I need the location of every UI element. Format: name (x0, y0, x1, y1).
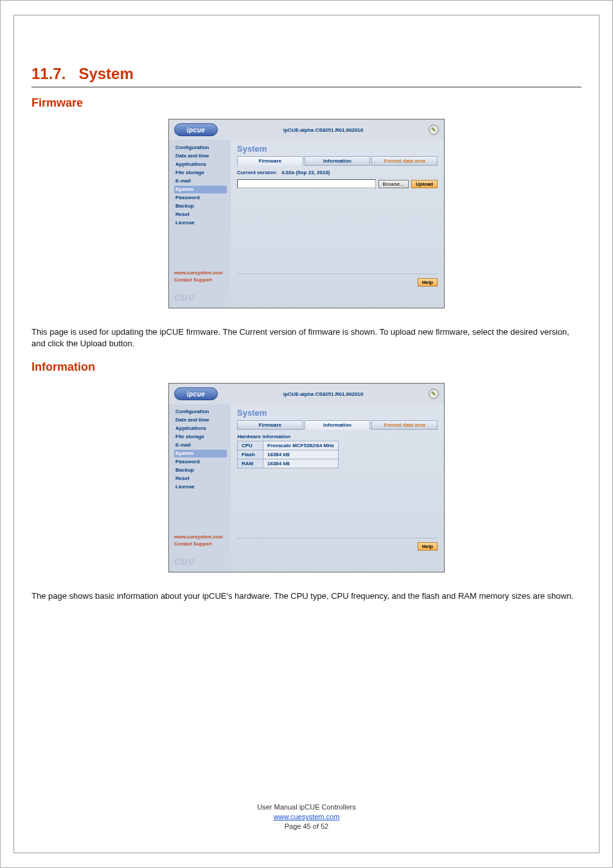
admin-header: ipcue ipCUE-alpha CS0251.R01.002010 ✎ (169, 384, 444, 404)
section-heading: 11.7. System (31, 65, 582, 87)
admin-footer-main: Help (231, 267, 444, 308)
sidebar-item-configuration[interactable]: Configuration (174, 408, 227, 416)
main-heading: System (237, 408, 438, 418)
ipcue-logo: ipcue (174, 123, 218, 136)
sidebar-item-applications[interactable]: Applications (174, 161, 227, 168)
information-screenshot: ipcue ipCUE-alpha CS0251.R01.002010 ✎ Co… (31, 383, 582, 572)
hw-flash-value: 16384 kB (263, 450, 339, 459)
tab-firmware[interactable]: Firmware (237, 156, 303, 166)
admin-main-firmware: System Firmware Information Format data … (231, 140, 444, 267)
admin-header: ipcue ipCUE-alpha CS0251.R01.002010 ✎ (169, 120, 444, 140)
subheading-firmware: Firmware (31, 96, 582, 110)
sidebar-item-license[interactable]: License (174, 483, 227, 491)
help-button[interactable]: Help (418, 542, 438, 551)
admin-title: ipCUE-alpha CS0251.R01.002010 (224, 391, 422, 397)
sidebar-item-password[interactable]: Password (174, 194, 227, 202)
sidebar-item-system[interactable]: System (174, 450, 227, 457)
firmware-screenshot: ipcue ipCUE-alpha CS0251.R01.002010 ✎ Co… (31, 119, 582, 308)
help-button[interactable]: Help (418, 278, 438, 287)
footer-link-site[interactable]: www.cuesystem.com (174, 534, 227, 540)
main-heading: System (237, 144, 438, 154)
footer-brand: cue (174, 554, 227, 568)
tab-information[interactable]: Information (305, 420, 371, 430)
admin-window-firmware: ipcue ipCUE-alpha CS0251.R01.002010 ✎ Co… (168, 119, 445, 308)
hw-flash-label: Flash (238, 450, 263, 459)
sidebar-item-system[interactable]: System (174, 186, 227, 193)
admin-title: ipCUE-alpha CS0251.R01.002010 (224, 127, 422, 133)
hw-cpu-label: CPU (238, 441, 263, 450)
browse-button[interactable]: Browse... (378, 180, 409, 188)
sidebar-item-email[interactable]: E-mail (174, 177, 227, 185)
footer-site-link[interactable]: www.cuesystem.com (274, 813, 340, 820)
firmware-file-input[interactable] (237, 179, 376, 188)
admin-main-information: System Firmware Information Format data … (231, 404, 444, 531)
paragraph-firmware: This page is used for updating the ipCUE… (31, 326, 582, 349)
sidebar-footer: www.cuesystem.com Contact Support cue (169, 531, 231, 572)
footer-link-support[interactable]: Contact Support (174, 277, 227, 283)
sidebar-item-date-and-time[interactable]: Date and time (174, 416, 227, 424)
hw-cpu-value: Freescale MCF5282/64 MHz (263, 441, 339, 450)
hw-ram-value: 16384 kB (263, 459, 339, 468)
upload-button[interactable]: Upload (411, 180, 438, 188)
sidebar-item-file-storage[interactable]: File storage (174, 433, 227, 441)
tabs: Firmware Information Format data area (237, 420, 438, 430)
sidebar-item-applications[interactable]: Applications (174, 425, 227, 432)
sidebar-item-reset[interactable]: Reset (174, 475, 227, 483)
sidebar: Configuration Date and time Applications… (169, 140, 231, 267)
admin-footer-main: Help (231, 531, 444, 572)
tab-format-data-area[interactable]: Format data area (371, 420, 438, 430)
footer-manual-title: User Manual ipCUE Controllers (1, 802, 612, 812)
tabs: Firmware Information Format data area (237, 156, 438, 166)
footer-page-number: Page 45 of 52 (1, 822, 612, 831)
sidebar-item-file-storage[interactable]: File storage (174, 169, 227, 177)
section-title-text: System (78, 65, 133, 82)
subheading-information: Information (31, 360, 582, 374)
document-footer: User Manual ipCUE Controllers www.cuesys… (1, 802, 612, 831)
sidebar-item-license[interactable]: License (174, 219, 227, 227)
footer-link-site[interactable]: www.cuesystem.com (174, 270, 227, 276)
table-row: CPU Freescale MCF5282/64 MHz (238, 441, 339, 450)
sidebar-item-email[interactable]: E-mail (174, 441, 227, 449)
footer-link-support[interactable]: Contact Support (174, 541, 227, 547)
sidebar-item-reset[interactable]: Reset (174, 211, 227, 218)
current-version-label: Current version: (237, 170, 277, 175)
tab-firmware[interactable]: Firmware (237, 420, 303, 430)
tab-information[interactable]: Information (305, 156, 371, 166)
tab-format-data-area[interactable]: Format data area (371, 156, 438, 166)
status-indicator-icon: ✎ (429, 125, 439, 135)
upload-row: Browse... Upload (237, 179, 438, 188)
current-version-row: Current version: 4.02a (Sep 22, 2010) (237, 170, 438, 175)
admin-window-information: ipcue ipCUE-alpha CS0251.R01.002010 ✎ Co… (168, 383, 445, 572)
table-row: RAM 16384 kB (238, 459, 339, 468)
sidebar-item-backup[interactable]: Backup (174, 202, 227, 210)
sidebar-footer: www.cuesystem.com Contact Support cue (169, 267, 231, 308)
sidebar-item-password[interactable]: Password (174, 458, 227, 466)
current-version-value: 4.02a (Sep 22, 2010) (281, 170, 330, 175)
footer-brand: cue (174, 290, 227, 304)
table-row: Flash 16384 kB (238, 450, 339, 459)
sidebar-item-backup[interactable]: Backup (174, 466, 227, 474)
status-indicator-icon: ✎ (429, 389, 439, 399)
hw-ram-label: RAM (238, 459, 263, 468)
hardware-info-heading: Hardware information (238, 434, 339, 441)
sidebar-item-date-and-time[interactable]: Date and time (174, 152, 227, 160)
sidebar: Configuration Date and time Applications… (169, 404, 231, 531)
ipcue-logo: ipcue (174, 387, 218, 400)
sidebar-item-configuration[interactable]: Configuration (174, 144, 227, 152)
paragraph-information: The page shows basic information about y… (31, 590, 582, 602)
section-number: 11.7. (31, 65, 66, 82)
hardware-info-table: Hardware information CPU Freescale MCF52… (237, 434, 339, 468)
